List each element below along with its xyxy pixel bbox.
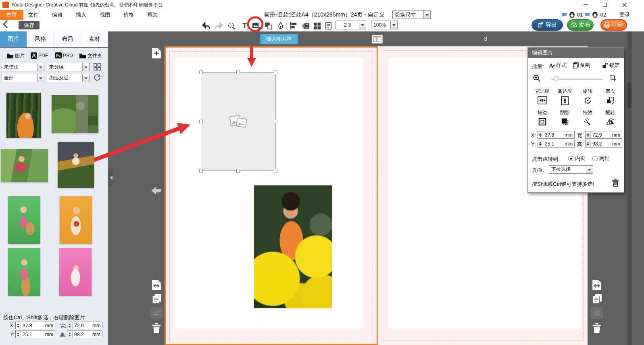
spinner-icon[interactable]	[538, 140, 543, 147]
add-page-button[interactable]	[152, 48, 161, 59]
delete-page-button[interactable]	[152, 322, 161, 334]
panel-height-field[interactable]: 98.2mm	[585, 140, 622, 148]
chevron-down-icon[interactable]	[359, 21, 366, 29]
spinner-icon[interactable]	[16, 322, 21, 329]
shape-tool[interactable]	[264, 21, 273, 31]
page-size-button-right[interactable]	[592, 279, 602, 291]
scale-slider-track[interactable]	[551, 79, 603, 80]
menu-view[interactable]: 视图	[100, 11, 110, 19]
qq-penguin-icon[interactable]	[592, 11, 598, 18]
filter-all-dropdown[interactable]: 全部	[2, 74, 44, 82]
switch-size-dropdown[interactable]: 切换尺寸	[392, 10, 431, 19]
jump-page-dropdown[interactable]: 下拉选择	[549, 165, 593, 174]
menu-price[interactable]: 价格	[123, 11, 134, 19]
save-button[interactable]: 保存	[19, 21, 40, 29]
panel-y-field[interactable]: 25.1mm	[538, 140, 575, 148]
batch-lock-button[interactable]: 锁定	[602, 62, 620, 69]
spinner-icon[interactable]	[538, 131, 543, 138]
photo-thumb-baby-sitting[interactable]	[8, 248, 40, 296]
page-document-tool[interactable]	[323, 21, 333, 31]
panel-x-field[interactable]: 37.8mm	[538, 131, 575, 139]
text-tool[interactable]: T.	[240, 21, 250, 31]
tab-images[interactable]: 图片	[0, 31, 27, 47]
export-button[interactable]: 导出	[531, 19, 563, 31]
qq-contact-2[interactable]: 02	[600, 12, 606, 18]
resize-handle[interactable]	[274, 169, 277, 172]
tab-layouts[interactable]: 布局	[54, 31, 81, 47]
resize-handle[interactable]	[199, 169, 203, 172]
filter-sort-dropdown[interactable]: 由远及近	[47, 74, 90, 82]
resize-handle[interactable]	[199, 71, 203, 74]
maximize-button[interactable]	[599, 1, 611, 8]
resize-handle[interactable]	[274, 71, 277, 74]
chevron-down-icon[interactable]	[37, 63, 44, 71]
tool-fit-width[interactable]: 宽适应	[531, 88, 554, 104]
tool-layer-order[interactable]: 层次	[599, 88, 621, 105]
resize-handle[interactable]	[236, 71, 240, 74]
jump-internal-option[interactable]: 内页	[568, 155, 586, 162]
chevron-down-icon[interactable]	[82, 74, 89, 82]
photo-thumb-baby-apple[interactable]	[60, 196, 92, 244]
copy-pages-button[interactable]	[152, 294, 162, 304]
radio-icon[interactable]	[592, 156, 598, 161]
tool-rotate[interactable]: 旋转	[576, 88, 599, 105]
y-field[interactable]: 25.1mm	[15, 330, 55, 338]
placed-photo-boy-balloons[interactable]	[254, 185, 332, 308]
chevron-down-icon[interactable]	[390, 21, 397, 29]
import-folder-button[interactable]: 文件夹	[79, 52, 102, 59]
resize-handle[interactable]	[274, 120, 277, 123]
photo-thumb-baby-chair[interactable]	[8, 196, 40, 244]
pen-tool[interactable]	[276, 21, 286, 31]
menu-home[interactable]: 首页	[0, 10, 23, 20]
redo-button[interactable]	[214, 21, 223, 31]
filter-usage-dropdown[interactable]: 未使用	[2, 63, 44, 71]
tag-tool[interactable]	[301, 21, 311, 31]
batch-copy-button[interactable]: 复制	[573, 62, 590, 69]
swap-pages-button[interactable]	[150, 307, 163, 319]
spinner-icon[interactable]	[67, 322, 73, 329]
prev-spread-arrow[interactable]	[151, 186, 161, 195]
scrollbar-thumb[interactable]	[627, 83, 631, 108]
panel-width-field[interactable]: 72.9mm	[585, 131, 622, 139]
close-button[interactable]	[618, 1, 630, 8]
menu-help[interactable]: 帮助	[147, 11, 158, 19]
height-field[interactable]: 98.2mm	[67, 330, 102, 338]
spinner-icon[interactable]	[67, 331, 73, 338]
jump-url-option[interactable]: 网址	[592, 155, 610, 162]
radio-selected-icon[interactable]	[568, 156, 573, 161]
menu-file[interactable]: 文件	[28, 11, 39, 19]
grid-view-icon[interactable]	[94, 63, 101, 71]
page-select-dropdown[interactable]: 2-3	[336, 21, 366, 29]
insert-image-frame-tool[interactable]	[252, 21, 261, 31]
batch-style-button[interactable]: 样式	[549, 62, 567, 69]
tool-shadow[interactable]: 阴影	[554, 109, 576, 126]
chevron-down-icon[interactable]	[423, 11, 430, 19]
grid-layout-tool[interactable]	[312, 21, 322, 31]
empty-image-frame[interactable]	[201, 72, 276, 171]
tab-styles[interactable]: 风格	[27, 31, 54, 47]
spread-view-icon[interactable]	[372, 35, 383, 44]
chevron-down-icon[interactable]	[82, 63, 89, 71]
print-button[interactable]: 印刷	[600, 19, 627, 31]
trash-icon[interactable]	[612, 178, 619, 187]
import-pdf-button[interactable]: PDF	[31, 52, 48, 59]
import-images-button[interactable]: 图片	[6, 52, 25, 59]
publish-button[interactable]: 发布	[567, 19, 594, 31]
tab-assets[interactable]: 素材	[81, 31, 108, 47]
resize-handle[interactable]	[199, 120, 203, 123]
tool-flip[interactable]: 翻转	[599, 109, 621, 126]
back-icon[interactable]	[3, 20, 11, 28]
swap-pages-button-right[interactable]	[590, 307, 603, 319]
refresh-icon[interactable]	[93, 74, 101, 81]
x-field[interactable]: 37.8mm	[15, 322, 55, 329]
zoom-level-dropdown[interactable]: 100%	[371, 21, 398, 29]
chevron-down-icon[interactable]	[37, 74, 44, 82]
tool-stroke[interactable]: 描边	[531, 109, 554, 126]
tool-fit-height[interactable]: 高适应	[554, 88, 576, 105]
scale-slider-thumb[interactable]	[554, 76, 559, 81]
photo-thumb-baby-leopard[interactable]	[59, 248, 92, 296]
page-size-button[interactable]	[152, 279, 161, 291]
tool-effects[interactable]: 特效	[576, 109, 599, 126]
import-psd-button[interactable]: Ps PSD	[55, 52, 73, 58]
vertical-scrollbar[interactable]	[627, 31, 631, 345]
